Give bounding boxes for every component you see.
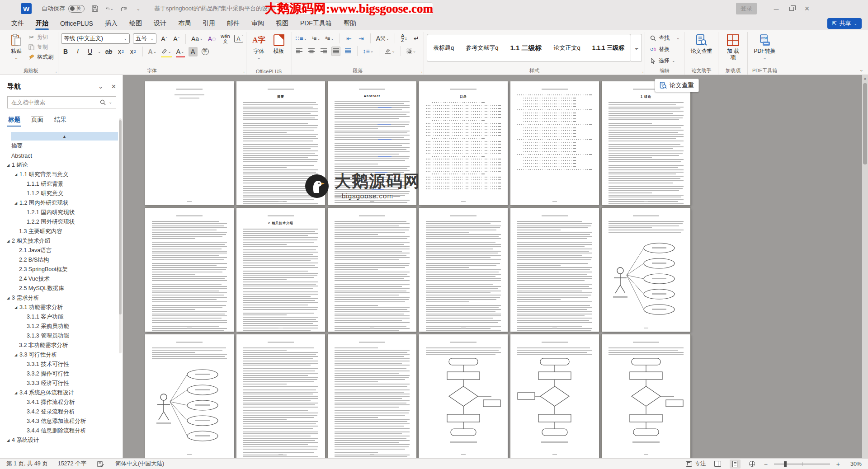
zoom-out-button[interactable]: − bbox=[764, 460, 768, 468]
word-app-icon[interactable]: W bbox=[21, 3, 32, 14]
underline-button[interactable]: U bbox=[85, 47, 94, 56]
increase-indent-button[interactable]: ⇥ bbox=[357, 34, 366, 43]
paste-button[interactable]: 粘贴⌄ bbox=[6, 32, 26, 67]
styles-dialog-launcher-icon[interactable]: ⌟ bbox=[642, 69, 643, 74]
outline-item[interactable]: ◢2 相关技术介绍 bbox=[0, 236, 123, 246]
tab-references[interactable]: 引用 bbox=[197, 17, 221, 30]
proofing-icon[interactable] bbox=[96, 460, 105, 468]
undo-icon[interactable]: ⌄ bbox=[105, 5, 113, 13]
outline-item[interactable]: 1.2.2 国外研究现状 bbox=[0, 217, 123, 227]
paragraph-dialog-launcher-icon[interactable]: ⌟ bbox=[420, 69, 422, 74]
paper-check-chip[interactable]: 论文查重 bbox=[655, 79, 699, 92]
tab-review[interactable]: 审阅 bbox=[245, 17, 270, 30]
outline-item[interactable]: ◢1.1 研究背景与意义 bbox=[0, 170, 123, 179]
select-button[interactable]: 选择⌄ bbox=[648, 56, 682, 65]
page-indicator[interactable]: 第 1 页, 共 49 页 bbox=[6, 460, 48, 468]
page-thumbnail[interactable] bbox=[510, 208, 599, 332]
sort-button[interactable]: AZ↓ bbox=[400, 34, 409, 43]
format-painter-button[interactable]: 格式刷 bbox=[26, 53, 55, 61]
italic-button[interactable]: I bbox=[73, 47, 82, 56]
outline-item[interactable]: 3.4.1 操作流程分析 bbox=[0, 398, 123, 407]
collapse-arrow-icon[interactable]: ◢ bbox=[13, 173, 19, 177]
outline-item[interactable]: 2.2 B/S结构 bbox=[0, 255, 123, 265]
change-case-button[interactable]: Aa⌄ bbox=[190, 34, 204, 43]
page-thumbnail[interactable] bbox=[145, 208, 234, 332]
tab-design[interactable]: 设计 bbox=[148, 17, 172, 30]
officeplus-font-button[interactable]: A字 字体⌄ bbox=[249, 32, 269, 67]
autosave-switch-icon[interactable]: 关 bbox=[68, 5, 85, 13]
login-button[interactable]: 登录 bbox=[736, 3, 757, 14]
outline-item[interactable]: 2.3 SpringBoot框架 bbox=[0, 265, 123, 274]
redo-icon[interactable] bbox=[120, 5, 128, 13]
outline-item[interactable]: 3.3.1 技术可行性 bbox=[0, 360, 123, 369]
tab-file[interactable]: 文件 bbox=[5, 17, 30, 30]
language-indicator[interactable]: 简体中文(中国大陆) bbox=[115, 460, 164, 468]
asian-layout-button[interactable]: A⤧⌄ bbox=[375, 34, 390, 43]
outline-item[interactable]: 3.4.2 登录流程分析 bbox=[0, 407, 123, 417]
phonetic-guide-button[interactable]: wén文 bbox=[220, 34, 231, 43]
tab-officeplus[interactable]: OfficePLUS bbox=[54, 17, 99, 30]
close-button[interactable]: × bbox=[799, 0, 815, 17]
page-thumbnail[interactable] bbox=[602, 208, 690, 332]
customize-qat-icon[interactable]: ⌄ bbox=[134, 5, 142, 13]
outline-item[interactable]: 2.5 MySQL数据库 bbox=[0, 284, 123, 293]
tab-pdf-toolbox[interactable]: PDF工具箱 bbox=[294, 17, 338, 30]
tab-mailings[interactable]: 邮件 bbox=[221, 17, 245, 30]
shrink-font-button[interactable]: Aˇ bbox=[172, 34, 181, 43]
page-thumbnail[interactable] bbox=[510, 334, 599, 458]
decrease-indent-button[interactable]: ⇤ bbox=[344, 34, 354, 43]
align-center-button[interactable] bbox=[307, 47, 316, 56]
cut-button[interactable]: ✂剪切 bbox=[26, 33, 55, 42]
scroll-up-icon[interactable]: ▲ bbox=[862, 75, 868, 81]
outline-item[interactable]: 3.4.3 信息添加流程分析 bbox=[0, 417, 123, 426]
font-size-combo[interactable]: 五号⌄ bbox=[133, 33, 156, 44]
outline-item[interactable]: 3.3.3 经济可行性 bbox=[0, 379, 123, 388]
tab-draw[interactable]: 绘图 bbox=[123, 17, 148, 30]
nav-close-icon[interactable]: ✕ bbox=[111, 83, 116, 90]
page-thumbnail[interactable] bbox=[145, 334, 234, 458]
strikethrough-button[interactable]: ab bbox=[104, 47, 113, 56]
page-thumbnail[interactable] bbox=[328, 208, 416, 332]
style-item-2[interactable]: 1.1 二级标 bbox=[504, 34, 547, 61]
distribute-button[interactable] bbox=[344, 47, 353, 56]
borders-button[interactable]: ⌄ bbox=[406, 47, 417, 56]
collapse-ribbon-icon[interactable]: ⌄ bbox=[859, 67, 863, 73]
outline-item[interactable]: 1.3 主要研究内容 bbox=[0, 227, 123, 236]
outline-item[interactable]: 1.1.2 研究意义 bbox=[0, 189, 123, 198]
document-scrollbar[interactable]: ▲ bbox=[862, 75, 868, 458]
read-mode-button[interactable] bbox=[712, 460, 723, 469]
scrollbar-thumb[interactable] bbox=[863, 83, 867, 164]
justify-button[interactable] bbox=[331, 47, 340, 56]
print-layout-button[interactable] bbox=[730, 460, 741, 469]
collapse-arrow-icon[interactable]: ◢ bbox=[5, 438, 11, 442]
save-icon[interactable] bbox=[91, 5, 99, 13]
page-thumbnail[interactable] bbox=[602, 334, 690, 458]
focus-mode-button[interactable]: 专注 bbox=[686, 460, 706, 468]
outline-item[interactable]: 3.1.3 管理员功能 bbox=[0, 331, 123, 341]
nav-scrollbar[interactable] bbox=[119, 118, 122, 353]
outline-item[interactable]: ◢3.4 系统总体流程设计 bbox=[0, 388, 123, 398]
show-marks-button[interactable]: ↵ bbox=[412, 34, 421, 43]
clipboard-dialog-launcher-icon[interactable]: ⌟ bbox=[55, 69, 57, 74]
collapse-arrow-icon[interactable]: ◢ bbox=[5, 296, 11, 300]
page-thumbnail[interactable] bbox=[328, 334, 416, 458]
grow-font-button[interactable]: Aˆ bbox=[160, 34, 169, 43]
nav-tab-pages[interactable]: 页面 bbox=[26, 114, 49, 126]
nav-tab-headings[interactable]: 标题 bbox=[3, 114, 26, 126]
highlight-button[interactable]: ⌄ bbox=[160, 47, 172, 56]
page-thumbnail[interactable] bbox=[419, 208, 508, 332]
bullets-button[interactable]: ∷≡⌄ bbox=[295, 34, 308, 43]
outline-item[interactable]: 1.2.1 国内研究现状 bbox=[0, 208, 123, 217]
page-thumbnail[interactable]: 2 相关技术介绍 bbox=[236, 208, 325, 332]
outline-item[interactable]: ◢4 系统设计 bbox=[0, 436, 123, 445]
text-effects-button[interactable]: A⌄ bbox=[147, 47, 158, 56]
style-item-4[interactable]: 1.1.1 三级标 bbox=[586, 34, 631, 61]
share-button[interactable]: ⇱ 共享 ⌄ bbox=[827, 18, 862, 29]
character-border-button[interactable]: A bbox=[234, 35, 243, 42]
styles-more-button[interactable]: ⌄̶ bbox=[631, 34, 642, 62]
page-thumbnail[interactable]: 目录 bbox=[419, 81, 508, 205]
character-shading-button[interactable]: A bbox=[189, 47, 198, 56]
outline-item[interactable]: ◢1.2 国内外研究现状 bbox=[0, 198, 123, 208]
copy-button[interactable]: 复制 bbox=[26, 43, 55, 52]
collapse-arrow-icon[interactable]: ◢ bbox=[13, 201, 19, 205]
